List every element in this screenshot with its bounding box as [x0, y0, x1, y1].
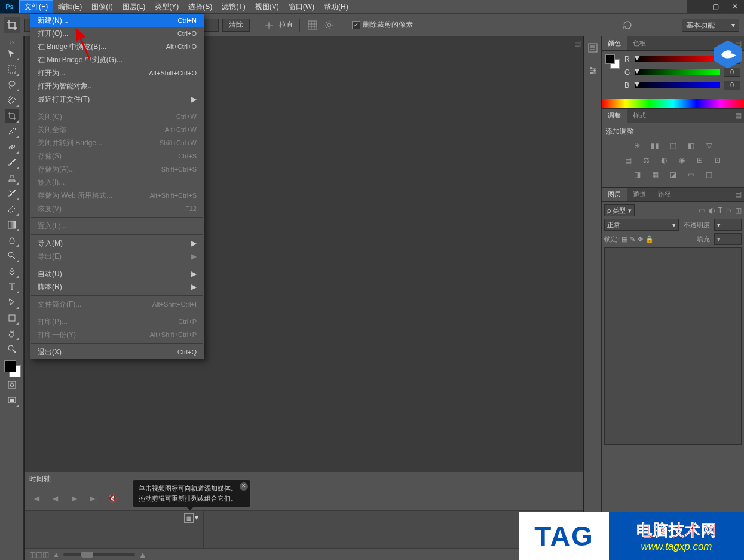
menu-type[interactable]: 类型(Y): [150, 0, 183, 13]
layer-filter-select[interactable]: ρ 类型 ▾: [604, 204, 635, 216]
lock-paint-icon[interactable]: ✎: [630, 235, 635, 243]
pen-tool[interactable]: [5, 264, 19, 279]
balance-icon[interactable]: ⚖: [640, 155, 652, 166]
magic-wand-tool[interactable]: [5, 93, 19, 108]
menu-item[interactable]: 打开为智能对象...: [30, 79, 204, 93]
type-tool[interactable]: [5, 280, 19, 294]
hue-icon[interactable]: ▤: [622, 155, 634, 166]
tab-styles[interactable]: 样式: [627, 109, 652, 123]
menu-view[interactable]: 视图(V): [250, 0, 284, 13]
red-slider[interactable]: [635, 56, 720, 62]
quick-mask-icon[interactable]: [5, 378, 19, 392]
menu-edit[interactable]: 编辑(E): [53, 0, 87, 13]
blue-slider[interactable]: [635, 82, 720, 88]
gradient-tool[interactable]: [5, 218, 19, 232]
filter-pixel-icon[interactable]: ▭: [699, 206, 705, 215]
add-media-icon[interactable]: ▦: [184, 513, 194, 523]
color-swatch[interactable]: [3, 359, 21, 377]
timeline-first-icon[interactable]: |◀: [29, 492, 42, 505]
tab-layers[interactable]: 图层: [602, 188, 627, 201]
menu-layer[interactable]: 图层(L): [118, 0, 151, 13]
fill-input[interactable]: ▾: [714, 233, 742, 245]
exposure-icon[interactable]: ◧: [685, 140, 697, 151]
tooltip-close-icon[interactable]: ✕: [240, 482, 248, 491]
menu-item[interactable]: 自动(U)▶: [30, 267, 204, 280]
clear-button[interactable]: 清除: [222, 19, 250, 32]
menu-select[interactable]: 选择(S): [183, 0, 217, 13]
vibrance-icon[interactable]: ▽: [703, 140, 715, 151]
menu-item[interactable]: 最近打开文件(T)▶: [30, 93, 204, 106]
menu-item[interactable]: 打开(O)...Ctrl+O: [30, 27, 204, 40]
eraser-tool[interactable]: [5, 202, 19, 216]
marquee-tool[interactable]: [5, 62, 19, 76]
menu-item[interactable]: 导入(M)▶: [30, 237, 204, 250]
menu-item[interactable]: 退出(X)Ctrl+Q: [30, 345, 204, 359]
filter-adjust-icon[interactable]: ◐: [709, 206, 715, 215]
levels-icon[interactable]: ▮▮: [649, 140, 661, 151]
menu-item[interactable]: 在 Bridge 中浏览(B)...Alt+Ctrl+O: [30, 40, 204, 53]
menu-item[interactable]: 打开为...Alt+Shift+Ctrl+O: [30, 66, 204, 79]
timeline-next-icon[interactable]: ▶|: [87, 492, 100, 505]
invert-icon[interactable]: ◨: [631, 169, 643, 180]
menu-file[interactable]: 文件(F): [19, 0, 53, 13]
zoom-tool[interactable]: [5, 342, 19, 356]
close-button[interactable]: ✕: [725, 0, 744, 13]
dodge-tool[interactable]: [5, 249, 19, 263]
timeline-play-icon[interactable]: ▶: [68, 492, 81, 505]
menu-item[interactable]: 在 Mini Bridge 中浏览(G)...: [30, 53, 204, 66]
bw-icon[interactable]: ◐: [658, 155, 670, 166]
overlay-grid-icon[interactable]: [306, 19, 319, 32]
filter-smart-icon[interactable]: ◫: [735, 206, 742, 215]
move-tool[interactable]: [5, 47, 19, 61]
mixer-icon[interactable]: ⊞: [694, 155, 706, 166]
green-slider[interactable]: [635, 69, 720, 75]
timeline-zoom-slider[interactable]: [63, 553, 135, 556]
layers-list[interactable]: [604, 247, 742, 445]
gradient-map-icon[interactable]: ▭: [685, 169, 697, 180]
toolbar-grip[interactable]: ››: [1, 39, 23, 46]
menu-help[interactable]: 帮助(H): [319, 0, 353, 13]
menu-image[interactable]: 图像(I): [87, 0, 117, 13]
spectrum-bar[interactable]: [602, 99, 744, 108]
lock-pos-icon[interactable]: ✥: [638, 235, 643, 243]
straighten-icon[interactable]: [262, 19, 275, 32]
filter-shape-icon[interactable]: ▱: [726, 206, 731, 215]
panel-menu-icon[interactable]: ▤: [735, 111, 742, 120]
panel-menu-icon[interactable]: ▤: [574, 39, 581, 47]
maximize-button[interactable]: ▢: [706, 0, 725, 13]
timeline-prev-icon[interactable]: ◀: [48, 492, 62, 505]
menu-item[interactable]: 新建(N)...Ctrl+N: [30, 14, 204, 27]
blend-mode-select[interactable]: 正常▾: [604, 219, 679, 231]
brightness-icon[interactable]: ☀: [631, 140, 643, 151]
history-panel-icon[interactable]: [586, 41, 599, 54]
menu-item[interactable]: 脚本(R)▶: [30, 280, 204, 293]
mini-color-swatch[interactable]: [605, 54, 620, 69]
eyedropper-tool[interactable]: [5, 124, 19, 139]
properties-panel-icon[interactable]: [586, 64, 599, 77]
crop-tool-icon[interactable]: [4, 17, 20, 33]
lasso-tool[interactable]: [5, 78, 19, 92]
reset-icon[interactable]: [619, 19, 636, 32]
lock-all-icon[interactable]: 🔒: [645, 235, 654, 243]
crop-tool[interactable]: [5, 109, 19, 123]
workspace-select[interactable]: 基本功能▾: [682, 19, 739, 32]
lut-icon[interactable]: ⊡: [712, 155, 724, 166]
blue-value[interactable]: 0: [724, 81, 740, 90]
screen-mode-icon[interactable]: [5, 393, 19, 408]
threshold-icon[interactable]: ◪: [667, 169, 679, 180]
shape-tool[interactable]: [5, 311, 19, 325]
menu-window[interactable]: 窗口(W): [284, 0, 319, 13]
gear-icon[interactable]: [323, 19, 336, 32]
timeline-audio-icon[interactable]: 🔇: [106, 492, 119, 505]
brush-tool[interactable]: [5, 155, 19, 170]
menu-filter[interactable]: 滤镜(T): [217, 0, 250, 13]
tab-color[interactable]: 颜色: [602, 36, 627, 50]
curves-icon[interactable]: ⬚: [667, 140, 679, 151]
minimize-button[interactable]: —: [687, 0, 706, 13]
tab-swatches[interactable]: 色板: [627, 36, 652, 50]
filter-type-icon[interactable]: T: [718, 206, 722, 215]
hand-tool[interactable]: [5, 326, 19, 341]
tab-paths[interactable]: 路径: [652, 188, 677, 201]
tab-channels[interactable]: 通道: [627, 188, 652, 201]
opacity-input[interactable]: ▾: [714, 219, 742, 231]
